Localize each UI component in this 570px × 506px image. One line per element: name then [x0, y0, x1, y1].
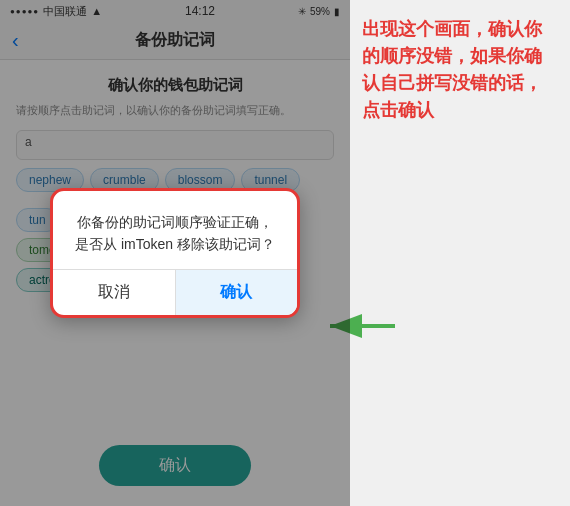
phone-mockup: ●●●●● 中国联通 ▲ 14:12 ✳ 59% ▮ ‹ 备份助记词 确认你的钱… — [0, 0, 350, 506]
dialog-message: 你备份的助记词顺序验证正确，是否从 imToken 移除该助记词？ — [71, 211, 279, 256]
modal-backdrop: 你备份的助记词顺序验证正确，是否从 imToken 移除该助记词？ 取消 确认 — [0, 0, 350, 506]
annotation-section: 出现这个画面，确认你的顺序没错，如果你确认自己拼写没错的话，点击确认 — [350, 0, 570, 506]
confirmation-dialog: 你备份的助记词顺序验证正确，是否从 imToken 移除该助记词？ 取消 确认 — [50, 188, 300, 319]
annotation-text: 出现这个画面，确认你的顺序没错，如果你确认自己拼写没错的话，点击确认 — [362, 16, 558, 124]
dialog-buttons: 取消 确认 — [53, 269, 297, 315]
dialog-confirm-button[interactable]: 确认 — [176, 270, 298, 315]
dialog-body: 你备份的助记词顺序验证正确，是否从 imToken 移除该助记词？ — [53, 191, 297, 270]
dialog-cancel-button[interactable]: 取消 — [53, 270, 176, 315]
